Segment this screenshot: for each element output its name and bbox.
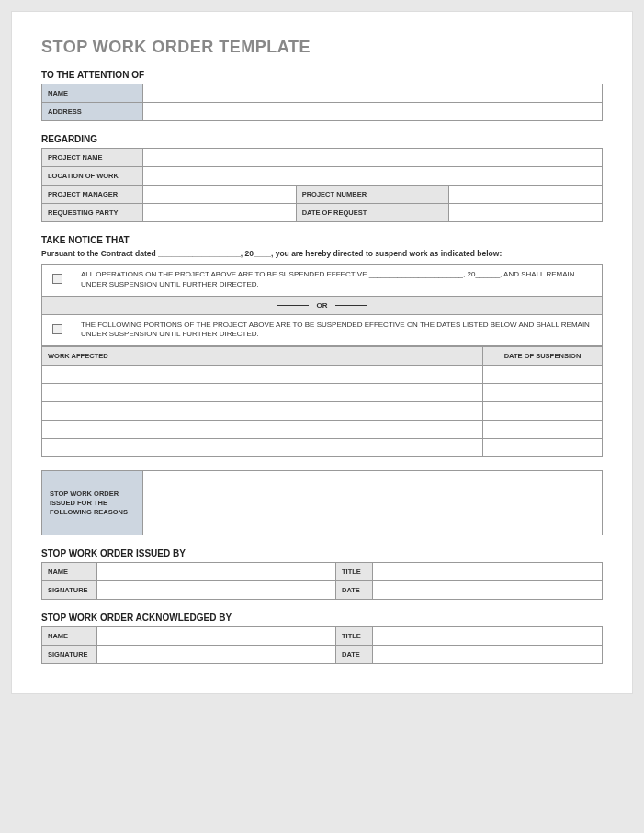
or-separator: OR [42,296,603,314]
issued-signature-field[interactable] [97,581,336,600]
ack-name-label: NAME [42,627,97,646]
issued-title-field[interactable] [373,563,603,581]
pm-label: PROJECT MANAGER [42,186,143,204]
project-number-label: PROJECT NUMBER [296,186,449,204]
option-b-text: THE FOLLOWING PORTIONS OF THE PROJECT AB… [73,314,603,346]
issued-by-table: NAME TITLE SIGNATURE DATE [41,562,603,600]
option-b-checkbox-cell[interactable] [42,314,73,346]
project-number-field[interactable] [449,186,603,204]
issued-date-label: DATE [336,581,373,600]
work-row-4-date[interactable] [483,421,603,439]
issued-name-label: NAME [42,563,97,581]
issued-by-heading: STOP WORK ORDER ISSUED BY [41,548,603,558]
project-name-field[interactable] [143,149,603,167]
issued-title-label: TITLE [336,563,373,581]
document-page: STOP WORK ORDER TEMPLATE TO THE ATTENTIO… [11,11,633,694]
ack-by-heading: STOP WORK ORDER ACKNOWLEDGED BY [41,613,603,623]
notice-heading: TAKE NOTICE THAT [41,235,603,245]
work-row-1-date[interactable] [483,366,603,384]
attention-table: NAME ADDRESS [41,84,603,121]
ack-date-label: DATE [336,646,373,664]
ack-signature-field[interactable] [97,646,336,664]
issued-signature-label: SIGNATURE [42,581,97,600]
attention-address-field[interactable] [143,103,603,121]
date-suspension-header: DATE OF SUSPENSION [483,347,603,366]
issued-name-field[interactable] [97,563,336,581]
ack-by-table: NAME TITLE SIGNATURE DATE [41,626,603,664]
requesting-party-label: REQUESTING PARTY [42,204,143,222]
dash-icon [277,305,309,306]
date-request-label: DATE OF REQUEST [296,204,449,222]
attention-name-label: NAME [42,84,143,103]
work-row-2-affected[interactable] [42,384,483,402]
regarding-table: PROJECT NAME LOCATION OF WORK PROJECT MA… [41,148,603,222]
option-a-text: ALL OPERATIONS ON THE PROJECT ABOVE ARE … [73,265,603,297]
work-row-4-affected[interactable] [42,421,483,439]
page-title: STOP WORK ORDER TEMPLATE [41,38,603,57]
work-row-5-affected[interactable] [42,439,483,457]
location-label: LOCATION OF WORK [42,167,143,186]
regarding-heading: REGARDING [41,134,603,144]
date-request-field[interactable] [449,204,603,222]
attention-heading: TO THE ATTENTION OF [41,70,603,80]
attention-name-field[interactable] [143,84,603,103]
attention-address-label: ADDRESS [42,103,143,121]
checkbox-icon [52,274,62,284]
work-row-3-affected[interactable] [42,402,483,421]
ack-title-field[interactable] [373,627,603,646]
work-affected-header: WORK AFFECTED [42,347,483,366]
work-row-1-affected[interactable] [42,366,483,384]
work-row-5-date[interactable] [483,439,603,457]
project-name-label: PROJECT NAME [42,149,143,167]
location-field[interactable] [143,167,603,186]
requesting-party-field[interactable] [143,204,297,222]
notice-pursuant: Pursuant to the Contract dated _________… [41,249,603,258]
work-affected-table: WORK AFFECTED DATE OF SUSPENSION [41,346,603,457]
checkbox-icon [52,324,62,334]
ack-title-label: TITLE [336,627,373,646]
issued-date-field[interactable] [373,581,603,600]
or-label: OR [317,301,328,310]
reasons-field[interactable] [143,471,603,535]
pm-field[interactable] [143,186,297,204]
ack-date-field[interactable] [373,646,603,664]
work-row-3-date[interactable] [483,402,603,421]
reasons-table: STOP WORK ORDER ISSUED FOR THE FOLLOWING… [41,470,603,535]
ack-signature-label: SIGNATURE [42,646,97,664]
dash-icon [335,305,367,306]
reasons-label: STOP WORK ORDER ISSUED FOR THE FOLLOWING… [42,471,143,535]
notice-options-table: ALL OPERATIONS ON THE PROJECT ABOVE ARE … [41,264,603,346]
work-row-2-date[interactable] [483,384,603,402]
option-a-checkbox-cell[interactable] [42,265,73,297]
ack-name-field[interactable] [97,627,336,646]
